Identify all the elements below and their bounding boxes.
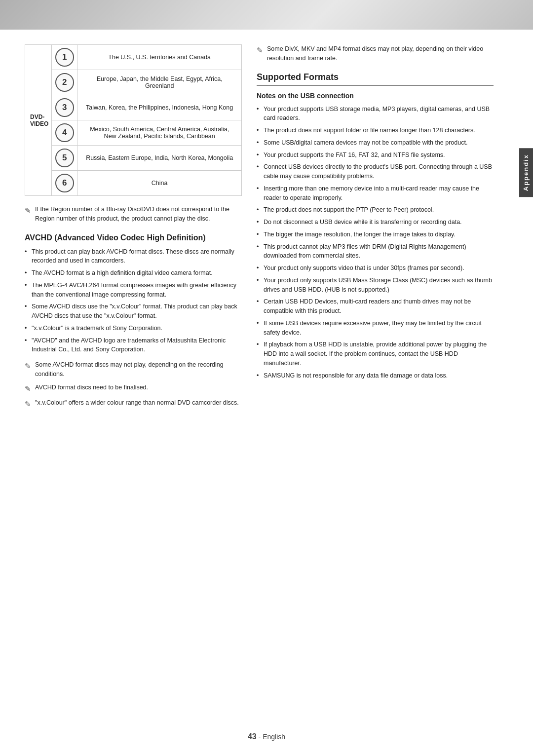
- usb-bullet-item: SAMSUNG is not responsible for any data …: [257, 371, 494, 380]
- usb-bullet-item: Do not disconnect a USB device while it …: [257, 218, 494, 227]
- avchd-note-text: AVCHD format discs need to be finalised.: [35, 383, 148, 392]
- region-note-text: If the Region number of a Blu-ray Disc/D…: [35, 205, 242, 224]
- avchd-note-text: "x.v.Colour" offers a wider colour range…: [35, 398, 239, 408]
- usb-bullet-item: Your product only supports USB Mass Stor…: [257, 276, 494, 295]
- region-text: Taiwan, Korea, the Philippines, Indonesi…: [77, 95, 242, 120]
- region-icon-4: 4: [55, 123, 74, 142]
- region-icon-3: 3: [55, 98, 74, 117]
- usb-section-title: Notes on the USB connection: [257, 92, 494, 100]
- region-text: Russia, Eastern Europe, India, North Kor…: [77, 146, 242, 171]
- region-icon-6: 6: [55, 174, 74, 192]
- region-icon-2: 2: [55, 73, 74, 92]
- usb-bullet-item: Inserting more than one memory device in…: [257, 184, 494, 203]
- avchd-bullet-item: This product can play back AVCHD format …: [25, 247, 242, 266]
- region-text: Europe, Japan, the Middle East, Egypt, A…: [77, 70, 242, 95]
- avchd-bullet-item: "x.v.Colour" is a trademark of Sony Corp…: [25, 324, 242, 333]
- avchd-note-text: Some AVCHD format discs may not play, de…: [35, 360, 242, 379]
- region-text: Mexico, South America, Central America, …: [77, 120, 242, 146]
- avchd-section: AVCHD (Advanced Video Codec High Definit…: [25, 233, 242, 410]
- note-pencil-icon: ✎: [25, 361, 31, 372]
- appendix-tab: Appendix: [519, 148, 533, 197]
- region-table: DVD-VIDEO1The U.S., U.S. territories and…: [25, 44, 242, 196]
- usb-bullet-item: Some USB/digital camera devices may not …: [257, 138, 494, 148]
- usb-bullet-item: If playback from a USB HDD is unstable, …: [257, 340, 494, 368]
- note-pencil-icon: ✎: [25, 399, 31, 410]
- note-icon: ✎: [25, 205, 31, 217]
- avchd-note: ✎Some AVCHD format discs may not play, d…: [25, 360, 242, 379]
- usb-bullet-item: Your product supports USB storage media,…: [257, 105, 494, 123]
- avchd-note: ✎AVCHD format discs need to be finalised…: [25, 383, 242, 395]
- left-column: DVD-VIDEO1The U.S., U.S. territories and…: [25, 44, 242, 414]
- footer-language: English: [263, 733, 285, 741]
- usb-bullet-item: Certain USB HDD Devices, multi-card read…: [257, 297, 494, 316]
- usb-bullet-item: If some USB devices require excessive po…: [257, 319, 494, 338]
- region-icon-cell: 1: [52, 45, 77, 70]
- note-pencil-icon: ✎: [25, 383, 31, 395]
- dvd-video-label: DVD-VIDEO: [25, 45, 52, 196]
- usb-section: Notes on the USB connection Your product…: [257, 92, 494, 380]
- usb-bullets: Your product supports USB storage media,…: [257, 105, 494, 380]
- right-column: ✎ Some DivX, MKV and MP4 format discs ma…: [257, 44, 508, 414]
- region-icon-cell: 3: [52, 95, 77, 120]
- page-number: 43: [248, 732, 257, 741]
- region-icon-cell: 2: [52, 70, 77, 95]
- page-footer: 43 - English: [0, 732, 533, 741]
- usb-bullet-item: Your product only supports video that is…: [257, 264, 494, 273]
- header-bar: [0, 0, 533, 30]
- divx-note-text: Some DivX, MKV and MP4 format discs may …: [267, 44, 494, 63]
- divx-note-icon: ✎: [257, 45, 263, 56]
- avchd-bullet-item: Some AVCHD discs use the "x.v.Colour" fo…: [25, 302, 242, 321]
- avchd-bullets: This product can play back AVCHD format …: [25, 247, 242, 355]
- avchd-bullet-item: The AVCHD format is a high definition di…: [25, 268, 242, 278]
- usb-bullet-item: The bigger the image resolution, the lon…: [257, 230, 494, 239]
- region-icon-cell: 5: [52, 146, 77, 171]
- usb-bullet-item: The product does not support folder or f…: [257, 126, 494, 135]
- usb-bullet-item: This product cannot play MP3 files with …: [257, 242, 494, 261]
- avchd-bullet-item: The MPEG-4 AVC/H.264 format compresses i…: [25, 281, 242, 300]
- avchd-notes: ✎Some AVCHD format discs may not play, d…: [25, 360, 242, 410]
- region-text: China: [77, 171, 242, 196]
- usb-bullet-item: Connect USB devices directly to the prod…: [257, 162, 494, 181]
- page: Appendix DVD-VIDEO1The U.S., U.S. territ…: [0, 0, 533, 756]
- avchd-title: AVCHD (Advanced Video Codec High Definit…: [25, 233, 242, 242]
- footer-separator: -: [259, 733, 263, 741]
- supported-formats-title: Supported Formats: [257, 72, 494, 86]
- usb-bullet-item: Your product supports the FAT 16, FAT 32…: [257, 151, 494, 160]
- content-area: DVD-VIDEO1The U.S., U.S. territories and…: [0, 30, 533, 439]
- region-icon-1: 1: [55, 48, 74, 67]
- avchd-bullet-item: "AVCHD" and the AVCHD logo are trademark…: [25, 336, 242, 355]
- region-icon-cell: 6: [52, 171, 77, 196]
- region-text: The U.S., U.S. territories and Canada: [77, 45, 242, 70]
- region-icon-cell: 4: [52, 120, 77, 146]
- region-icon-5: 5: [55, 149, 74, 167]
- region-note: ✎ If the Region number of a Blu-ray Disc…: [25, 205, 242, 224]
- avchd-note: ✎"x.v.Colour" offers a wider colour rang…: [25, 398, 242, 410]
- usb-bullet-item: The product does not support the PTP (Pe…: [257, 205, 494, 215]
- divx-note: ✎ Some DivX, MKV and MP4 format discs ma…: [257, 44, 494, 63]
